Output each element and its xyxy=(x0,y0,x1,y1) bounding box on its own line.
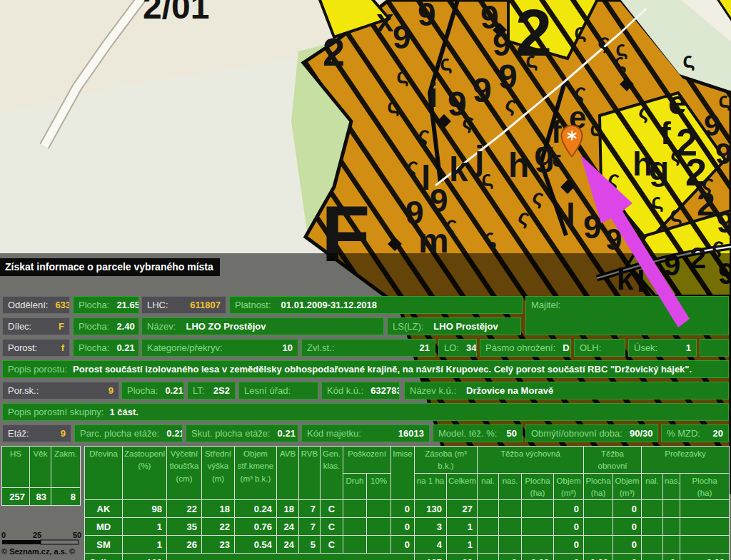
cell: 5 xyxy=(299,536,321,554)
cell-hs: 257 xyxy=(2,488,30,506)
field-lslz: LS(LZ):LHO Prostějov xyxy=(387,317,521,335)
forestry-map-app: ςςςςςςςςςςςςςςςςςςςςςςςςςςςςςς 2/01x9929… xyxy=(0,0,731,560)
cell: 0.76 xyxy=(235,518,277,536)
cell: 0.24 xyxy=(235,500,277,518)
cell-zakm: 8 xyxy=(51,488,81,506)
col-objem: Objem stř.kmene (m³ b.k.) xyxy=(235,447,277,500)
cell: 7 xyxy=(299,518,321,536)
cell: 0.54 xyxy=(235,536,277,554)
cell xyxy=(680,500,730,518)
cell: 26 xyxy=(167,536,202,554)
species-total-row: Celkem:1001372900.0000.00000.00 xyxy=(85,554,730,560)
cell-drevina: MD xyxy=(85,518,123,536)
cell: 0.00 xyxy=(584,554,613,560)
colgroup-zasoba: Zásoba (m³ b.k.) xyxy=(415,447,478,474)
cell: 0 xyxy=(613,518,642,536)
cell-drevina: SM xyxy=(85,536,123,554)
species-row: SM126230.54245C04100 xyxy=(85,536,730,554)
cell xyxy=(478,554,499,560)
col-imise: Imise xyxy=(391,447,415,500)
field-mzd: % MZD:20 xyxy=(661,424,729,442)
cell: 0 xyxy=(554,500,584,518)
map-parcel-label: j xyxy=(474,139,484,177)
field-pasmo: Pásmo ohrožení:D xyxy=(480,339,571,357)
field-model-tez: Model. těž. %:50 xyxy=(433,424,523,442)
field-kategorie: Kategorie/překryv:10 xyxy=(141,339,298,357)
map-parcel-label: h xyxy=(508,146,529,184)
cell: 22 xyxy=(167,500,202,518)
col-druh: Druh xyxy=(343,473,367,500)
cell xyxy=(499,500,522,518)
field-plocha-porost: Plocha:0.21 xyxy=(73,339,139,357)
cell xyxy=(367,536,391,554)
cell: 3 xyxy=(415,518,447,536)
cell: 0 xyxy=(613,536,642,554)
cell: 0 xyxy=(554,554,584,560)
field-oddeleni: Oddělení:633 xyxy=(2,296,70,314)
col-vycetni: Výčetní tloušťka (cm) xyxy=(167,447,202,500)
col-10pct: 10% xyxy=(367,473,391,500)
cell xyxy=(478,500,499,518)
cell xyxy=(642,554,663,560)
table-row: 257 83 8 xyxy=(2,488,81,506)
field-zvlst: Zvl.st.:21 xyxy=(301,339,435,357)
cell: 0 xyxy=(554,536,584,554)
cell: 1 xyxy=(123,518,167,536)
map-parcel-label: 9 xyxy=(393,19,411,56)
map-parcel-label: 9 xyxy=(473,71,492,109)
col-nas: nas. xyxy=(499,473,522,500)
map-parcel-label: e xyxy=(668,84,687,121)
total-label: Celkem: xyxy=(85,554,123,560)
field-dilec: Dílec:F xyxy=(2,317,70,335)
col-avb: AVB xyxy=(277,447,299,500)
map-parcel-label: 9 xyxy=(418,0,436,33)
cell: 0 xyxy=(391,536,415,554)
cell: 0.00 xyxy=(522,554,554,560)
map-tooltip: Získat informace o parcele vybraného mís… xyxy=(0,258,220,276)
cell xyxy=(499,518,522,536)
cell: C xyxy=(321,500,343,518)
cell xyxy=(343,500,367,518)
col-na-1-ha: na 1 ha xyxy=(415,473,447,500)
cell: 98 xyxy=(123,500,167,518)
field-lo: LO:34 xyxy=(438,339,477,357)
cell xyxy=(642,536,663,554)
field-plocha-porsk: Plocha:0.21 xyxy=(121,382,184,399)
colgroup-prorezavky: Prořezávky xyxy=(642,447,730,474)
field-skut-plocha: Skut. plocha etáže:0.21 xyxy=(186,424,298,442)
cell: 0 xyxy=(391,500,415,518)
col-vek: Věk xyxy=(30,447,51,488)
map-parcel-label: g xyxy=(534,135,555,173)
map-parcel-label: 2/01 xyxy=(143,0,209,26)
cell: 27 xyxy=(447,500,478,518)
field-plocha-dilec: Plocha:2.40 xyxy=(73,317,139,335)
map-parcel-label: 9 xyxy=(605,223,622,256)
field-empty xyxy=(700,339,729,357)
map-parcel-label: 9 xyxy=(448,85,467,123)
cell: 24 xyxy=(277,518,299,536)
field-lhc: LHC:611807 xyxy=(141,296,226,314)
cell: 100 xyxy=(123,554,167,560)
cell xyxy=(680,518,730,536)
map-parcel-label: f xyxy=(660,116,671,151)
field-porsk: Por.sk.:9 xyxy=(2,382,119,399)
col-zakm: Zakm. xyxy=(51,447,81,488)
field-nazev: Název:LHO ZO Prostějov xyxy=(141,317,384,335)
field-popis-porostu: Popis porostu:Porost součástí izolovanéh… xyxy=(2,360,729,378)
cell: 1 xyxy=(447,518,478,536)
species-table-main: Dřevina Zastoupení (%) Výčetní tloušťka … xyxy=(84,446,730,560)
field-parc-plocha: Parc. plocha etáže:0.21 xyxy=(74,424,183,442)
cell: 18 xyxy=(277,500,299,518)
cell-drevina: AK xyxy=(85,500,123,518)
map-parcel-label: l xyxy=(566,197,575,234)
col-nal: nal. xyxy=(478,473,499,500)
col-objem-m3: Objem (m³) xyxy=(554,473,584,500)
map-parcel-label: i xyxy=(428,76,438,114)
cell: 4 xyxy=(415,536,447,554)
cell: 0 xyxy=(391,518,415,536)
col-drevina: Dřevina xyxy=(85,447,123,500)
map-parcel-label: x xyxy=(376,3,394,38)
field-platnost: Platnost:01.01.2009-31.12.2018 xyxy=(229,296,523,314)
field-nazev-ku: Název k.ú.:Držovice na Moravě xyxy=(404,382,729,399)
col-objem-m3: Objem (m³) xyxy=(613,473,642,500)
